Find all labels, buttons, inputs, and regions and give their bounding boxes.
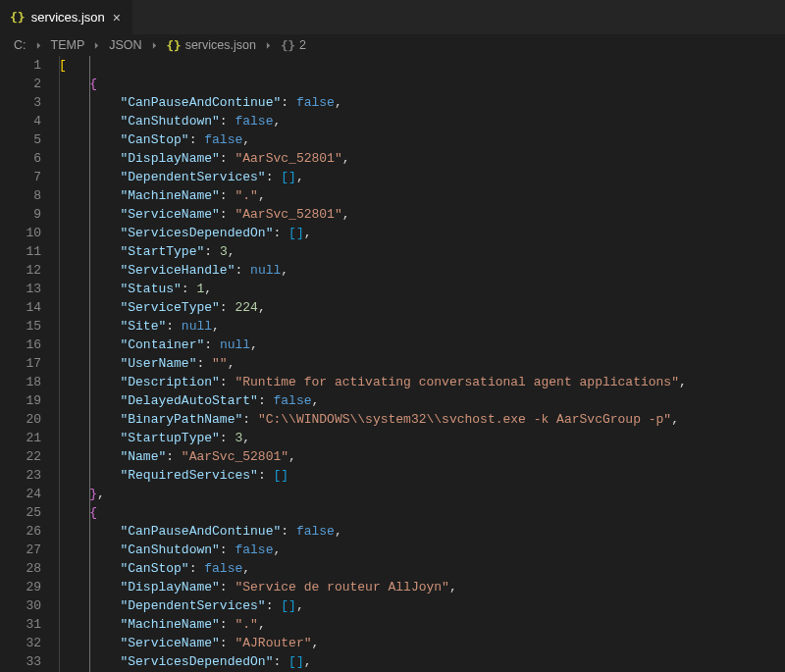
code-line[interactable]: "DisplayName": "Service de routeur AllJo…: [59, 578, 785, 596]
line-number: 16: [0, 336, 41, 354]
close-icon[interactable]: ×: [111, 11, 123, 25]
line-number: 22: [0, 447, 41, 466]
code-line[interactable]: "Name": "AarSvc_52801",: [59, 447, 785, 466]
code-editor[interactable]: 1234567891011121314151617181920212223242…: [0, 56, 785, 672]
code-line[interactable]: "Container": null,: [59, 336, 785, 354]
line-number: 2: [0, 75, 41, 93]
breadcrumb-segment[interactable]: C:: [14, 38, 26, 52]
line-number: 4: [0, 112, 41, 130]
line-number: 33: [0, 652, 41, 671]
line-number: 21: [0, 429, 41, 447]
tab-filename: services.json: [31, 10, 105, 25]
code-line[interactable]: [: [59, 56, 785, 75]
line-number: 19: [0, 391, 41, 410]
line-number: 17: [0, 354, 41, 373]
code-line[interactable]: "Description": "Runtime for activating c…: [59, 373, 785, 391]
code-line[interactable]: "ServiceName": "AJRouter",: [59, 634, 785, 652]
json-object-icon: {}: [281, 38, 295, 53]
code-line[interactable]: },: [59, 485, 785, 503]
line-number: 18: [0, 373, 41, 391]
tab-bar: {} services.json ×: [0, 0, 785, 34]
line-number: 1: [0, 56, 41, 75]
chevron-right-icon: [32, 39, 45, 52]
code-line[interactable]: "RequiredServices": []: [59, 466, 785, 485]
line-number: 9: [0, 205, 41, 224]
line-number: 24: [0, 485, 41, 503]
code-line[interactable]: "DependentServices": [],: [59, 168, 785, 186]
line-number: 6: [0, 149, 41, 168]
code-line[interactable]: "CanStop": false,: [59, 130, 785, 149]
code-line[interactable]: "ServicesDependedOn": [],: [59, 652, 785, 671]
breadcrumb-segment[interactable]: TEMP: [51, 38, 85, 52]
code-line[interactable]: "StartupType": 3,: [59, 429, 785, 447]
code-line[interactable]: "Status": 1,: [59, 280, 785, 298]
line-number: 15: [0, 317, 41, 336]
code-line[interactable]: {: [59, 75, 785, 93]
code-area[interactable]: [ { "CanPauseAndContinue": false, "CanSh…: [59, 56, 785, 672]
line-number: 29: [0, 578, 41, 596]
line-number: 32: [0, 634, 41, 652]
code-line[interactable]: "ServicesDependedOn": [],: [59, 224, 785, 242]
code-line[interactable]: "BinaryPathName": "C:\\WINDOWS\\system32…: [59, 410, 785, 429]
chevron-right-icon: [90, 39, 103, 52]
code-line[interactable]: "StartType": 3,: [59, 242, 785, 261]
code-line[interactable]: "MachineName": ".",: [59, 615, 785, 634]
breadcrumb-file[interactable]: {} services.json: [167, 38, 256, 53]
line-number: 13: [0, 280, 41, 298]
code-line[interactable]: "CanShutdown": false,: [59, 112, 785, 130]
line-number: 10: [0, 224, 41, 242]
line-number: 23: [0, 466, 41, 485]
line-number: 20: [0, 410, 41, 429]
line-number: 3: [0, 93, 41, 112]
code-line[interactable]: "ServiceName": "AarSvc_52801",: [59, 205, 785, 224]
code-line[interactable]: "CanStop": false,: [59, 559, 785, 578]
code-line[interactable]: "ServiceType": 224,: [59, 298, 785, 317]
line-number: 5: [0, 130, 41, 149]
line-number-gutter: 1234567891011121314151617181920212223242…: [0, 56, 59, 672]
editor-tab[interactable]: {} services.json ×: [0, 0, 132, 34]
code-line[interactable]: "ServiceHandle": null,: [59, 261, 785, 280]
code-line[interactable]: "DependentServices": [],: [59, 596, 785, 615]
line-number: 30: [0, 596, 41, 615]
code-line[interactable]: "CanShutdown": false,: [59, 541, 785, 559]
code-line[interactable]: "Site": null,: [59, 317, 785, 336]
line-number: 28: [0, 559, 41, 578]
breadcrumb-segment[interactable]: JSON: [109, 38, 141, 52]
breadcrumb-symbol[interactable]: {} 2: [281, 38, 306, 53]
line-number: 26: [0, 522, 41, 541]
code-line[interactable]: "MachineName": ".",: [59, 186, 785, 205]
line-number: 7: [0, 168, 41, 186]
chevron-right-icon: [262, 39, 275, 52]
line-number: 27: [0, 541, 41, 559]
code-line[interactable]: "CanPauseAndContinue": false,: [59, 522, 785, 541]
code-line[interactable]: "CanPauseAndContinue": false,: [59, 93, 785, 112]
code-line[interactable]: "UserName": "",: [59, 354, 785, 373]
line-number: 8: [0, 186, 41, 205]
json-file-icon: {}: [167, 38, 182, 53]
breadcrumb[interactable]: C:TEMPJSON{} services.json{} 2: [0, 34, 785, 56]
chevron-right-icon: [148, 39, 161, 52]
line-number: 14: [0, 298, 41, 317]
line-number: 25: [0, 503, 41, 522]
json-file-icon: {}: [10, 10, 26, 25]
code-line[interactable]: "DelayedAutoStart": false,: [59, 391, 785, 410]
line-number: 12: [0, 261, 41, 280]
line-number: 11: [0, 242, 41, 261]
code-line[interactable]: "DisplayName": "AarSvc_52801",: [59, 149, 785, 168]
line-number: 31: [0, 615, 41, 634]
code-line[interactable]: {: [59, 503, 785, 522]
